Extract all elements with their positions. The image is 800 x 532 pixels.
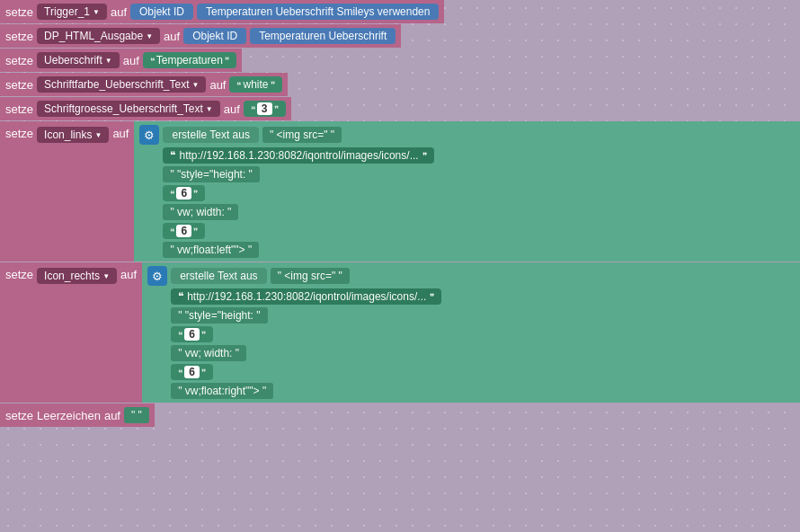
block-row-1: setze Trigger_1 auf Objekt ID Temperatur… bbox=[0, 0, 800, 23]
string1-6: " <img src=" " bbox=[262, 127, 342, 143]
vw-width-row-6: " vw; width: " bbox=[139, 204, 795, 220]
setze-label-2: setze bbox=[5, 30, 33, 43]
icon-links-dropdown[interactable]: Icon_links bbox=[37, 127, 109, 143]
num3-tag: ❝ 3 ❞ bbox=[244, 101, 286, 117]
white-tag: ❝ white ❞ bbox=[229, 76, 281, 93]
value-tag-2: Temperaturen Ueberschrift bbox=[250, 28, 396, 44]
teal-block-6: ⚙ erstelle Text aus " <img src=" " ❝ htt… bbox=[134, 121, 800, 262]
url-tag-6: ❝ http://192.168.1.230:8082/iqontrol/ima… bbox=[163, 147, 433, 164]
auf-label-3: auf bbox=[123, 54, 139, 67]
setze-label-1: setze bbox=[5, 5, 33, 19]
block-row-4: setze Schriftfarbe_Ueberschrift_Text auf… bbox=[0, 73, 800, 96]
style-height-row-6: " "style="height: " bbox=[139, 166, 795, 182]
dp-html-dropdown[interactable]: DP_HTML_Ausgabe bbox=[37, 28, 160, 44]
string3-7: " vw; width: " bbox=[171, 345, 246, 361]
setze-label-4: setze bbox=[5, 78, 33, 92]
block-row-6: setze Icon_links auf ⚙ erstelle Text aus… bbox=[0, 121, 800, 262]
erstelle-row-7: ⚙ erstelle Text aus " <img src=" " bbox=[147, 266, 795, 286]
url-row-6: ❝ http://192.168.1.230:8082/iqontrol/ima… bbox=[139, 147, 795, 164]
schriftfarbe-dropdown[interactable]: Schriftfarbe_Ueberschrift_Text bbox=[37, 76, 206, 93]
gear-icon-7: ⚙ bbox=[147, 266, 167, 286]
pink-bar-7: setze Icon_rechts auf bbox=[0, 262, 142, 403]
gear-icon-6: ⚙ bbox=[139, 125, 159, 145]
auf-label-8: auf bbox=[104, 409, 120, 422]
trigger1-dropdown[interactable]: Trigger_1 bbox=[37, 4, 107, 20]
block-row-8: setze Leerzeichen auf " " bbox=[0, 403, 800, 427]
setze-label-8: setze bbox=[5, 409, 33, 422]
leerzeichen-label: Leerzeichen bbox=[37, 409, 101, 422]
pink-bar-4: setze Schriftfarbe_Ueberschrift_Text auf… bbox=[0, 73, 288, 96]
string2-7: " "style="height: " bbox=[171, 307, 267, 324]
erstelle-text-7: erstelle Text aus bbox=[171, 268, 267, 284]
objekt-id-tag-2: Objekt ID bbox=[183, 28, 246, 44]
temperaturen-tag: ❝ Temperaturen ❞ bbox=[143, 52, 236, 68]
ueberschrift-dropdown[interactable]: Ueberschrift bbox=[37, 52, 120, 68]
num1-row-6: ❝ 6 ❞ bbox=[139, 185, 795, 201]
style-height-row-7: " "style="height: " bbox=[147, 307, 795, 324]
string2-6: " "style="height: " bbox=[163, 166, 259, 182]
num2-row-6: ❝ 6 ❞ bbox=[139, 223, 795, 239]
space-tag: " " bbox=[124, 407, 149, 423]
pink-bar-6: setze Icon_links auf bbox=[0, 121, 134, 262]
objekt-id-tag-1: Objekt ID bbox=[130, 4, 193, 20]
pink-bar-3: setze Ueberschrift auf ❝ Temperaturen ❞ bbox=[0, 49, 242, 72]
num1-row-7: ❝ 6 ❞ bbox=[147, 326, 795, 342]
auf-label-1: auf bbox=[111, 5, 127, 19]
erstelle-row-6: ⚙ erstelle Text aus " <img src=" " bbox=[139, 125, 795, 145]
teal-block-7: ⚙ erstelle Text aus " <img src=" " ❝ htt… bbox=[142, 262, 800, 403]
pink-bar-1: setze Trigger_1 auf Objekt ID Temperatur… bbox=[0, 0, 444, 23]
num2-tag-7: ❝ 6 ❞ bbox=[171, 364, 213, 380]
schriftgroesse-dropdown[interactable]: Schriftgroesse_Ueberschrift_Text bbox=[37, 101, 220, 117]
float-left-row-6: " vw;float:left""> " bbox=[139, 242, 795, 258]
vw-width-row-7: " vw; width: " bbox=[147, 345, 795, 361]
string3-6: " vw; width: " bbox=[163, 204, 238, 220]
pink-bar-2: setze DP_HTML_Ausgabe auf Objekt ID Temp… bbox=[0, 24, 401, 48]
setze-label-7: setze bbox=[5, 268, 33, 281]
float-right-row-7: " vw;float:right""> " bbox=[147, 383, 795, 399]
erstelle-text-6: erstelle Text aus bbox=[163, 127, 259, 143]
icon-rechts-dropdown[interactable]: Icon_rechts bbox=[37, 268, 117, 284]
num1-tag-7: ❝ 6 ❞ bbox=[171, 326, 213, 342]
url-row-7: ❝ http://192.168.1.230:8082/iqontrol/ima… bbox=[147, 288, 795, 305]
auf-label-2: auf bbox=[164, 30, 180, 43]
pink-bar-5: setze Schriftgroesse_Ueberschrift_Text a… bbox=[0, 97, 291, 120]
auf-label-4: auf bbox=[209, 78, 226, 92]
block-row-2: setze DP_HTML_Ausgabe auf Objekt ID Temp… bbox=[0, 24, 800, 48]
block-row-7: setze Icon_rechts auf ⚙ erstelle Text au… bbox=[0, 262, 800, 403]
auf-label-7: auf bbox=[120, 268, 137, 281]
string4-7: " vw;float:right""> " bbox=[171, 383, 273, 399]
auf-label-5: auf bbox=[224, 102, 240, 116]
num2-tag-6: ❝ 6 ❞ bbox=[163, 223, 205, 239]
url-tag-7: ❝ http://192.168.1.230:8082/iqontrol/ima… bbox=[171, 288, 441, 305]
setze-label-3: setze bbox=[5, 54, 33, 67]
setze-label-5: setze bbox=[5, 102, 33, 116]
block-row-3: setze Ueberschrift auf ❝ Temperaturen ❞ bbox=[0, 49, 800, 72]
num2-row-7: ❝ 6 ❞ bbox=[147, 364, 795, 380]
string1-7: " <img src=" " bbox=[271, 268, 350, 284]
auf-label-6: auf bbox=[112, 127, 129, 140]
setze-label-6: setze bbox=[5, 127, 33, 140]
string4-6: " vw;float:left""> " bbox=[163, 242, 259, 258]
num1-tag-6: ❝ 6 ❞ bbox=[163, 185, 205, 201]
pink-bar-8: setze Leerzeichen auf " " bbox=[0, 403, 155, 427]
block-row-5: setze Schriftgroesse_Ueberschrift_Text a… bbox=[0, 97, 800, 120]
value-tag-1: Temperaturen Ueberschrift Smileys verwen… bbox=[197, 4, 439, 20]
